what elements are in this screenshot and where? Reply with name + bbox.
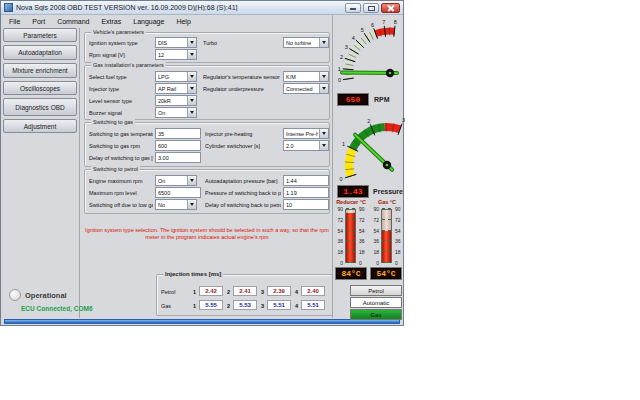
close-button[interactable] bbox=[381, 3, 400, 13]
buzzer-signal-select[interactable]: On bbox=[155, 107, 197, 118]
thermo-tick-label: 90 bbox=[334, 206, 343, 212]
chevron-down-icon[interactable] bbox=[319, 38, 328, 47]
thermo-tick-mark bbox=[352, 262, 355, 263]
turbo-select[interactable]: No turbine bbox=[283, 37, 329, 48]
thermo-tick-label: 54 bbox=[395, 228, 404, 234]
thermo-tick-label: 36 bbox=[359, 238, 368, 244]
menu-command[interactable]: Command bbox=[51, 17, 95, 26]
gauge-tick-label: 1 bbox=[338, 66, 341, 72]
chevron-down-icon[interactable] bbox=[319, 84, 328, 93]
back-pressure-input[interactable] bbox=[283, 187, 329, 198]
thermo-tick-label: 90 bbox=[370, 206, 379, 212]
gauge-tick-label: 5 bbox=[361, 27, 364, 33]
sidebar-item-mixture-enrichment[interactable]: Mixture enrichment bbox=[3, 63, 77, 78]
gas-temperature-input[interactable] bbox=[155, 128, 201, 139]
regulator-temp-sensor-label: Regulator's temperature sensor bbox=[203, 73, 281, 81]
engine-max-rpm-select[interactable]: On bbox=[155, 175, 197, 186]
gauge-tick bbox=[343, 69, 354, 70]
chevron-down-icon[interactable] bbox=[187, 38, 196, 47]
thermo-tick-mark bbox=[346, 251, 349, 252]
injector-type-select[interactable]: AP Rail bbox=[155, 83, 197, 94]
thermo-tick-mark bbox=[382, 240, 385, 241]
autoadaptation-pressure-input[interactable] bbox=[283, 175, 329, 186]
menu-language[interactable]: Language bbox=[127, 17, 170, 26]
petrol-mode-button[interactable]: Petrol bbox=[350, 285, 402, 296]
gauge-tick-label: 1 bbox=[342, 141, 345, 147]
thermo-tick-label: 54 bbox=[370, 228, 379, 234]
petrol-injection-time-1: 2.42 bbox=[199, 286, 223, 296]
thermo-tick-label: 18 bbox=[334, 249, 343, 255]
chevron-down-icon[interactable] bbox=[319, 72, 328, 81]
thermo-tick-mark bbox=[382, 262, 385, 263]
group-title: Injection times [ms] bbox=[163, 271, 223, 278]
thermo-tick-mark bbox=[388, 230, 391, 231]
regulator-underpressure-select[interactable]: Connected bbox=[283, 83, 329, 94]
petrol-injection-time-2: 2.41 bbox=[233, 286, 257, 296]
ignition-warning-text: Ignition system type selection. The igni… bbox=[84, 227, 330, 241]
low-gas-temp-select[interactable]: No bbox=[155, 199, 197, 210]
thermometer-track bbox=[345, 209, 356, 263]
sidebar-item-autoadaptation[interactable]: Autoadaptation bbox=[3, 45, 77, 60]
regulator-temp-sensor-select[interactable]: K/M bbox=[283, 71, 329, 82]
reducer-thermometer: Reducer °C 9090727254543636181800 bbox=[334, 199, 368, 263]
chevron-down-icon[interactable] bbox=[187, 50, 196, 59]
chevron-down-icon[interactable] bbox=[187, 84, 196, 93]
thermo-tick-mark bbox=[388, 219, 391, 220]
cylinder-index: 2 bbox=[227, 288, 230, 296]
fuel-type-select[interactable]: LPG bbox=[155, 71, 197, 82]
thermo-tick-mark bbox=[388, 251, 391, 252]
cylinder-index: 1 bbox=[193, 302, 196, 310]
max-rpm-level-input[interactable] bbox=[155, 187, 201, 198]
menu-extras[interactable]: Extras bbox=[95, 17, 127, 26]
back-delay-input[interactable] bbox=[283, 199, 329, 210]
group-vehicle-parameters: Vehicle's parameters Ignition system typ… bbox=[84, 32, 330, 63]
gauge-band bbox=[385, 127, 400, 129]
back-delay-label: Delay of switching back to petrol [ms] bbox=[205, 201, 281, 209]
menu-file[interactable]: File bbox=[3, 17, 26, 26]
sidebar-item-oscilloscopes[interactable]: Oscilloscopes bbox=[3, 81, 77, 95]
maximize-button[interactable] bbox=[363, 3, 379, 13]
cylinder-switchover-select[interactable]: 2.0 bbox=[283, 140, 329, 151]
gas-mode-button[interactable]: Gas bbox=[350, 309, 402, 320]
thermo-tick-mark bbox=[352, 230, 355, 231]
sidebar-item-diagnostics-obd[interactable]: Diagnostics OBD bbox=[3, 98, 77, 116]
level-sensor-type-select[interactable]: 20kR bbox=[155, 95, 197, 106]
connection-status: ECU Connected, COM6 bbox=[21, 305, 93, 312]
gas-delay-input[interactable] bbox=[155, 152, 201, 163]
minimize-button[interactable] bbox=[345, 3, 361, 13]
gas-temp-led: 54°C bbox=[370, 267, 402, 280]
autoadaptation-pressure-label: Autoadaptation pressure [bar] bbox=[205, 177, 281, 185]
chevron-down-icon[interactable] bbox=[187, 176, 196, 185]
injector-preheating-select[interactable]: Intense Pre-hea bbox=[283, 128, 329, 139]
thermo-tick-label: 54 bbox=[359, 228, 368, 234]
thermo-tick-mark bbox=[382, 230, 385, 231]
menu-bar: File Port Command Extras Language Help bbox=[1, 15, 331, 28]
menu-help[interactable]: Help bbox=[170, 17, 196, 26]
ignition-system-type-select[interactable]: DIS bbox=[155, 37, 197, 48]
rpm-signal-select[interactable]: 12 bbox=[155, 49, 197, 60]
thermo-tick-mark bbox=[388, 208, 391, 209]
chevron-down-icon[interactable] bbox=[319, 141, 328, 150]
title-bar[interactable]: Nova Sgis 2008 OBD TEST VERSION ver. 16.… bbox=[1, 1, 403, 15]
gas-rpm-input[interactable] bbox=[155, 140, 201, 151]
sidebar-item-parameters[interactable]: Parameters bbox=[3, 28, 77, 42]
rpm-signal-label: Rpm signal [V] bbox=[89, 51, 153, 59]
gauge-tick-label: 0 bbox=[340, 176, 343, 182]
chevron-down-icon[interactable] bbox=[319, 129, 328, 138]
menu-port[interactable]: Port bbox=[26, 17, 51, 26]
injection-gas-row-label: Gas bbox=[161, 302, 191, 310]
thermometer-track bbox=[381, 209, 392, 263]
thermo-tick-mark bbox=[382, 208, 385, 209]
group-title: Vehicle's parameters bbox=[91, 29, 146, 36]
chevron-down-icon[interactable] bbox=[187, 108, 196, 117]
engine-max-rpm-label: Engine maximum rpm bbox=[89, 177, 153, 185]
gauge-tick-label: 0 bbox=[338, 77, 341, 83]
chevron-down-icon[interactable] bbox=[187, 72, 196, 81]
sidebar-item-adjustment[interactable]: Adjustment bbox=[3, 119, 77, 133]
gauge-tick-label: 7 bbox=[382, 19, 385, 25]
automatic-mode-button[interactable]: Automatic bbox=[350, 297, 402, 308]
chevron-down-icon[interactable] bbox=[187, 96, 196, 105]
thermo-tick-label: 36 bbox=[370, 238, 379, 244]
group-switching-to-petrol: Switching to petrol Engine maximum rpm O… bbox=[84, 169, 330, 214]
chevron-down-icon[interactable] bbox=[187, 200, 196, 209]
